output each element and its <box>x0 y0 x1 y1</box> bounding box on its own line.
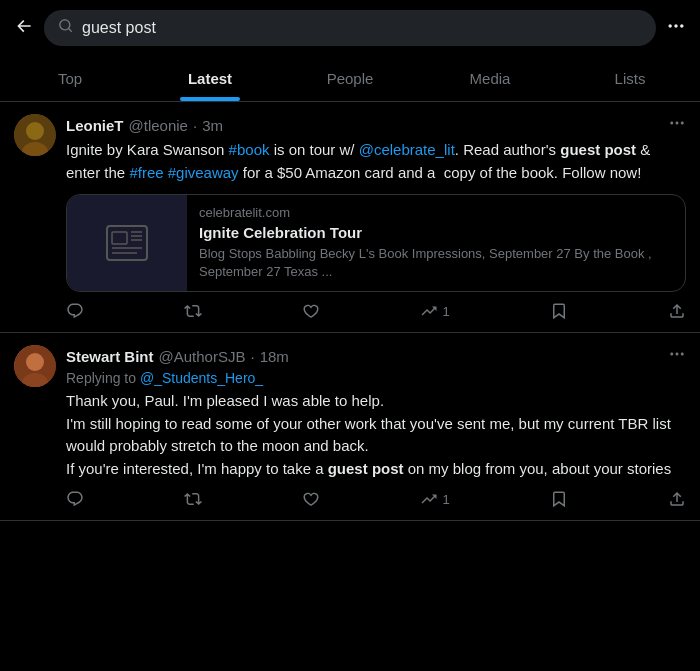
bookmark-button[interactable] <box>550 490 568 508</box>
reply-button[interactable] <box>66 302 84 320</box>
avatar <box>14 345 56 387</box>
svg-point-1 <box>26 122 44 140</box>
search-bar[interactable]: guest post <box>44 10 656 46</box>
tab-people[interactable]: People <box>280 56 420 101</box>
share-button[interactable] <box>668 302 686 320</box>
tweet-more-button[interactable] <box>668 345 686 368</box>
link-card-content: celebratelit.com Ignite Celebration Tour… <box>187 195 685 291</box>
tweet-header: Stewart Bint @AuthorSJB · 18m <box>66 345 686 368</box>
share-button[interactable] <box>668 490 686 508</box>
replying-to: Replying to @_Students_Hero_ <box>66 370 686 386</box>
timestamp: 3m <box>202 117 223 134</box>
tweet-text: Thank you, Paul. I'm pleased I was able … <box>66 390 686 480</box>
nav-tabs: Top Latest People Media Lists <box>0 56 700 102</box>
bookmark-icon <box>550 490 568 508</box>
retweet-button[interactable] <box>184 302 202 320</box>
tweet-more-button[interactable] <box>668 114 686 137</box>
bookmark-icon <box>550 302 568 320</box>
share-icon <box>668 302 686 320</box>
tab-latest[interactable]: Latest <box>140 56 280 101</box>
tab-lists[interactable]: Lists <box>560 56 700 101</box>
views-button[interactable]: 1 <box>420 490 449 508</box>
like-button[interactable] <box>302 490 320 508</box>
username: @tleonie <box>129 117 188 134</box>
chart-icon <box>420 490 438 508</box>
retweet-icon <box>184 490 202 508</box>
tweet-text: Ignite by Kara Swanson #book is on tour … <box>66 139 686 184</box>
link-title: Ignite Celebration Tour <box>199 224 673 241</box>
share-icon <box>668 490 686 508</box>
avatar <box>14 114 56 156</box>
timestamp: 18m <box>260 348 289 365</box>
tweet-actions: 1 <box>66 302 686 320</box>
tweet-body: Stewart Bint @AuthorSJB · 18m Replying t… <box>66 345 686 508</box>
bookmark-button[interactable] <box>550 302 568 320</box>
link-card[interactable]: celebratelit.com Ignite Celebration Tour… <box>66 194 686 292</box>
svg-rect-4 <box>112 232 127 244</box>
tweet-header: LeonieT @tleonie · 3m <box>66 114 686 137</box>
link-description: Blog Stops Babbling Becky L's Book Impre… <box>199 245 673 281</box>
tab-top[interactable]: Top <box>0 56 140 101</box>
heart-icon <box>302 490 320 508</box>
display-name: LeonieT <box>66 117 124 134</box>
reply-icon <box>66 302 84 320</box>
link-domain: celebratelit.com <box>199 205 673 220</box>
retweet-icon <box>184 302 202 320</box>
tweet-card: LeonieT @tleonie · 3m Ignite by Kara Swa… <box>0 102 700 333</box>
views-count: 1 <box>442 304 449 319</box>
header: guest post <box>0 0 700 56</box>
tweet-card: Stewart Bint @AuthorSJB · 18m Replying t… <box>0 333 700 521</box>
heart-icon <box>302 302 320 320</box>
reply-icon <box>66 490 84 508</box>
more-options-button[interactable] <box>666 16 686 41</box>
username: @AuthorSJB <box>159 348 246 365</box>
tab-media[interactable]: Media <box>420 56 560 101</box>
views-count: 1 <box>442 492 449 507</box>
display-name: Stewart Bint <box>66 348 154 365</box>
svg-point-11 <box>26 353 44 371</box>
views-button[interactable]: 1 <box>420 302 449 320</box>
search-icon <box>58 18 74 38</box>
tweet-user-info: LeonieT @tleonie · 3m <box>66 117 223 134</box>
retweet-button[interactable] <box>184 490 202 508</box>
hashtag-book[interactable]: #book <box>229 141 270 158</box>
back-button[interactable] <box>14 16 34 41</box>
chart-icon <box>420 302 438 320</box>
reply-mention[interactable]: @_Students_Hero_ <box>140 370 263 386</box>
dot: · <box>250 348 254 365</box>
tweet-body: LeonieT @tleonie · 3m Ignite by Kara Swa… <box>66 114 686 320</box>
search-value: guest post <box>82 19 156 37</box>
mention-celebratelit[interactable]: @celebrate_lit <box>359 141 455 158</box>
dot: · <box>193 117 197 134</box>
link-card-image <box>67 195 187 291</box>
tweet-user-info: Stewart Bint @AuthorSJB · 18m <box>66 348 289 365</box>
tweet-actions: 1 <box>66 490 686 508</box>
reply-button[interactable] <box>66 490 84 508</box>
hashtag-free-giveaway[interactable]: #free #giveaway <box>129 164 238 181</box>
like-button[interactable] <box>302 302 320 320</box>
